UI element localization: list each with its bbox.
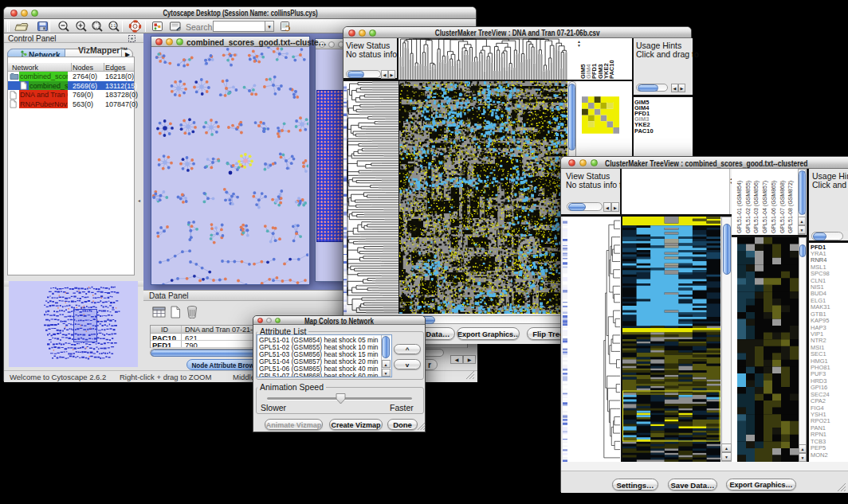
svg-text:GPL51-03 (GSM856): GPL51-03 (GSM856) xyxy=(753,181,760,233)
svg-text:GPL51-07 (GSM868): GPL51-07 (GSM868) xyxy=(779,181,786,233)
svg-text:GPL51-01 (GSM854): GPL51-01 (GSM854) xyxy=(736,181,743,233)
svg-text:GPL51-02 (GSM855): GPL51-02 (GSM855) xyxy=(745,181,752,233)
svg-text:GPL51-08 (GSM872): GPL51-08 (GSM872) xyxy=(787,181,794,233)
svg-text:1:1: 1:1 xyxy=(111,23,116,28)
svg-text:GPL51-06 (GSM865): GPL51-06 (GSM865) xyxy=(771,181,777,233)
svg-text:PAC10: PAC10 xyxy=(608,60,615,79)
svg-text:GPL51-04 (GSM857): GPL51-04 (GSM857) xyxy=(762,181,768,233)
